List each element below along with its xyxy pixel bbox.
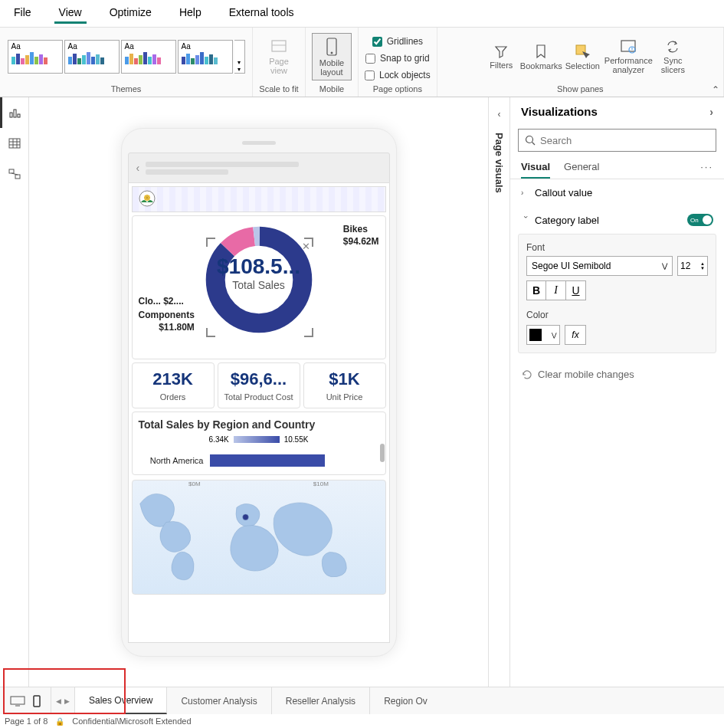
bookmarks-button[interactable]: Bookmarks bbox=[521, 33, 561, 80]
svg-point-25 bbox=[526, 136, 533, 143]
model-icon bbox=[8, 168, 21, 180]
model-view-button[interactable] bbox=[0, 159, 28, 189]
kpi-orders[interactable]: 213KOrders bbox=[132, 362, 215, 408]
bar-chart-card[interactable]: Total Sales by Region and Country 6.34K1… bbox=[132, 412, 386, 475]
category-label-toggle[interactable]: On bbox=[687, 214, 713, 226]
status-bar: Page 1 of 8 🔒 Confidential\Microsoft Ext… bbox=[0, 714, 724, 728]
menu-file[interactable]: File bbox=[9, 3, 36, 24]
svg-rect-17 bbox=[15, 175, 20, 179]
menu-bar: File View Optimize Help External tools bbox=[0, 0, 724, 27]
kpi-product-cost[interactable]: $96,6...Total Product Cost bbox=[218, 362, 300, 408]
italic-button[interactable]: I bbox=[546, 280, 566, 300]
snap-checkbox[interactable]: Snap to grid bbox=[365, 51, 430, 66]
page-count-text: Page 1 of 8 bbox=[5, 717, 48, 726]
canvas[interactable]: ‹ $108.5... bbox=[29, 97, 488, 695]
viz-search-input[interactable] bbox=[540, 135, 709, 146]
svg-line-26 bbox=[532, 143, 536, 146]
view-switch bbox=[0, 687, 51, 714]
viz-search-box[interactable] bbox=[518, 129, 716, 152]
theme-option-1[interactable]: Aa bbox=[8, 40, 63, 74]
total-sales-label: Total Sales bbox=[217, 279, 300, 291]
data-view-button[interactable] bbox=[0, 128, 28, 159]
tab-general[interactable]: General bbox=[564, 161, 599, 179]
kpi-row: 213KOrders $96,6...Total Product Cost $1… bbox=[132, 362, 386, 408]
fx-button[interactable]: fx bbox=[565, 325, 586, 345]
logo-strip bbox=[132, 186, 386, 212]
underline-button[interactable]: U bbox=[566, 280, 586, 300]
ribbon-label-themes: Themes bbox=[111, 83, 142, 97]
menu-optimize[interactable]: Optimize bbox=[105, 3, 156, 24]
selection-button[interactable]: Selection bbox=[562, 33, 602, 80]
filters-button[interactable]: Filters bbox=[483, 33, 519, 80]
total-sales-value: $108.5... bbox=[217, 254, 300, 279]
theme-option-2[interactable]: Aa bbox=[64, 40, 120, 74]
ribbon-group-show-panes: Filters Bookmarks Selection Performance … bbox=[437, 28, 724, 97]
color-picker[interactable]: ⋁ bbox=[526, 325, 560, 345]
svg-point-24 bbox=[242, 514, 248, 520]
mobile-layout-button[interactable]: Mobile layout bbox=[312, 33, 352, 80]
collapse-viz-button[interactable]: › bbox=[709, 106, 713, 118]
search-icon bbox=[525, 135, 536, 146]
theme-option-3[interactable]: Aa bbox=[121, 40, 176, 74]
ribbon-group-scale: Page view Scale to fit bbox=[253, 28, 306, 97]
svg-rect-11 bbox=[9, 139, 20, 148]
section-category-label[interactable]: › Category label On bbox=[510, 206, 724, 234]
page-tab-region-overview[interactable]: Region Ov bbox=[370, 687, 441, 714]
expand-page-visuals-button[interactable]: ‹ bbox=[498, 103, 501, 125]
font-select[interactable]: Segoe UI Semibold⋁ bbox=[526, 256, 673, 276]
lock-checkbox[interactable]: Lock objects bbox=[365, 67, 431, 83]
ribbon-group-themes: Aa Aa Aa Aa ▾▾ Themes bbox=[0, 28, 253, 97]
desktop-view-icon[interactable] bbox=[9, 695, 26, 707]
font-style-buttons: B I U bbox=[526, 280, 708, 300]
donut-label-bikes: Bikes$94.62M bbox=[343, 224, 379, 248]
report-view-button[interactable] bbox=[0, 97, 28, 128]
svg-line-18 bbox=[11, 173, 18, 175]
kpi-unit-price[interactable]: $1KUnit Price bbox=[303, 362, 386, 408]
viz-more-button[interactable]: ··· bbox=[700, 161, 713, 179]
menu-help[interactable]: Help bbox=[175, 3, 206, 24]
tab-visual[interactable]: Visual bbox=[521, 161, 550, 179]
chart-title: Total Sales by Region and Country bbox=[139, 418, 379, 431]
theme-option-4[interactable]: Aa bbox=[178, 40, 233, 74]
ribbon-group-page-options: Gridlines Snap to grid Lock objects Page… bbox=[359, 28, 437, 97]
ribbon-collapse-button[interactable]: ⌃ bbox=[712, 84, 719, 95]
ribbon-group-mobile: Mobile layout Mobile bbox=[306, 28, 359, 97]
performance-button[interactable]: Performance analyzer bbox=[604, 33, 653, 80]
sync-slicers-button[interactable]: Sync slicers bbox=[654, 33, 691, 80]
font-label: Font bbox=[526, 242, 708, 253]
chevron-right-icon: › bbox=[521, 189, 530, 197]
logo-icon bbox=[137, 190, 157, 210]
page-tab-reseller-analysis[interactable]: Reseller Analysis bbox=[272, 687, 370, 714]
clear-mobile-changes-button[interactable]: Clear mobile changes bbox=[510, 361, 724, 388]
donut-card[interactable]: $108.5... Total Sales Bikes$94.62M Clo..… bbox=[132, 215, 386, 359]
tab-prev-button[interactable]: ◀ bbox=[56, 697, 61, 705]
mobile-view-icon[interactable] bbox=[32, 694, 41, 708]
page-view-icon bbox=[270, 38, 288, 55]
gridlines-checkbox[interactable]: Gridlines bbox=[372, 34, 423, 49]
ribbon-label-page-options: Page options bbox=[373, 83, 422, 97]
section-callout-value[interactable]: › Callout value bbox=[510, 179, 724, 206]
category-label-panel: Font Segoe UI Semibold⋁ 12▲▼ B I U Color… bbox=[518, 234, 716, 353]
page-visuals-label: Page visuals bbox=[493, 133, 505, 193]
map-visual[interactable]: $0M$10M bbox=[132, 480, 386, 595]
selection-icon bbox=[574, 43, 591, 60]
viz-tabs: Visual General ··· bbox=[510, 155, 724, 179]
theme-dropdown[interactable]: ▾▾ bbox=[234, 40, 245, 74]
workspace: ‹ $108.5... bbox=[0, 97, 724, 695]
gauge-icon bbox=[620, 39, 637, 54]
menu-view[interactable]: View bbox=[54, 3, 87, 24]
svg-rect-9 bbox=[14, 110, 16, 117]
bar-chart-icon bbox=[8, 107, 22, 119]
font-size-input[interactable]: 12▲▼ bbox=[677, 256, 708, 276]
svg-rect-5 bbox=[621, 41, 635, 51]
page-view-button[interactable]: Page view bbox=[259, 33, 299, 80]
bold-button[interactable]: B bbox=[526, 280, 546, 300]
svg-rect-27 bbox=[11, 697, 25, 704]
tab-next-button[interactable]: ▶ bbox=[64, 697, 70, 705]
ribbon-label-show-panes: Show panes bbox=[557, 83, 604, 97]
page-tab-customer-analysis[interactable]: Customer Analysis bbox=[167, 687, 271, 714]
lock-icon: 🔒 bbox=[55, 717, 64, 726]
menu-external-tools[interactable]: External tools bbox=[224, 3, 299, 24]
app-body: $108.5... Total Sales Bikes$94.62M Clo..… bbox=[128, 183, 390, 643]
page-tab-sales-overview[interactable]: Sales Overview bbox=[75, 687, 167, 714]
